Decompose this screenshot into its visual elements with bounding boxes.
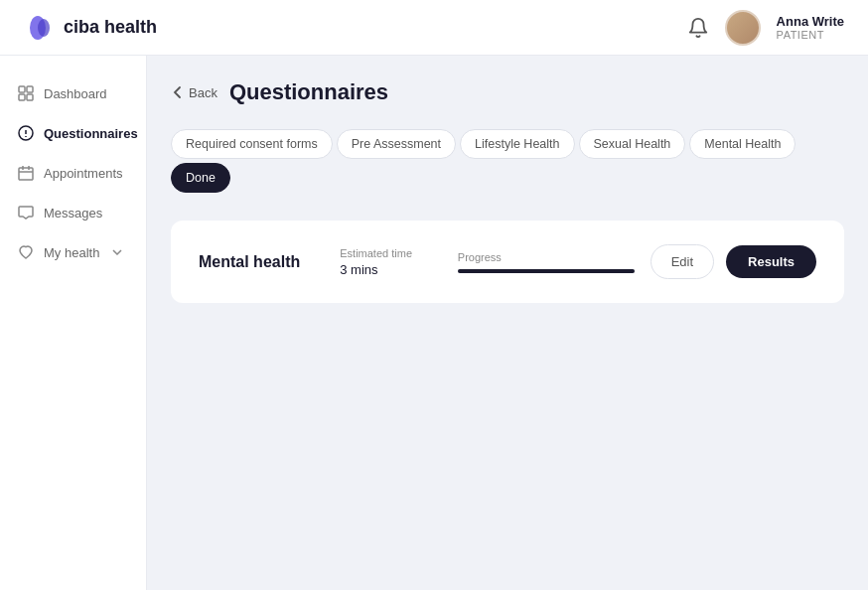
my-health-icon <box>18 244 34 260</box>
back-label: Back <box>189 85 217 100</box>
sidebar-item-messages[interactable]: Messages <box>0 195 146 230</box>
tab-lifestyle-health[interactable]: Lifestyle Health <box>460 129 574 159</box>
back-arrow-icon <box>171 85 185 99</box>
results-button[interactable]: Results <box>726 245 816 278</box>
svg-rect-3 <box>27 86 33 92</box>
questionnaire-progress-section: Progress <box>458 251 635 273</box>
svg-rect-2 <box>19 86 25 92</box>
svg-rect-7 <box>19 168 33 180</box>
tab-done[interactable]: Done <box>171 163 230 193</box>
layout: Dashboard Questionnaires Appointments Me… <box>0 56 868 590</box>
sidebar-item-dashboard[interactable]: Dashboard <box>0 75 146 111</box>
sidebar-item-questionnaires[interactable]: Questionnaires <box>0 115 146 151</box>
tab-pre-assessment[interactable]: Pre Assessment <box>337 129 456 159</box>
sidebar-label-my-health: My health <box>44 245 99 260</box>
page-title: Questionnaires <box>229 79 388 105</box>
user-role: PATIENT <box>777 29 844 41</box>
appointments-icon <box>18 165 34 181</box>
dashboard-icon <box>18 85 34 101</box>
svg-rect-5 <box>27 94 33 100</box>
bell-icon[interactable] <box>687 17 709 39</box>
main-content: Back Questionnaires Required consent for… <box>147 56 868 590</box>
sidebar-label-appointments: Appointments <box>44 166 123 181</box>
questionnaire-progress-bar-fill <box>458 269 635 273</box>
svg-point-1 <box>38 19 50 37</box>
tab-mental-health[interactable]: Mental Health <box>689 129 796 159</box>
sidebar-label-dashboard: Dashboard <box>44 86 107 101</box>
back-button[interactable]: Back <box>171 85 217 100</box>
logo-icon <box>24 12 56 44</box>
page-header: Back Questionnaires <box>171 79 844 105</box>
edit-button[interactable]: Edit <box>651 244 714 279</box>
logo-text: ciba health <box>64 17 157 38</box>
questionnaire-card: Mental health Estimated time 3 mins Prog… <box>171 221 844 303</box>
messages-icon <box>18 205 34 221</box>
tab-required-consent[interactable]: Required consent forms <box>171 129 333 159</box>
sidebar-label-messages: Messages <box>44 206 102 221</box>
header-right: Anna Write PATIENT <box>687 10 844 46</box>
questionnaire-title: Mental health <box>199 253 340 271</box>
avatar <box>725 10 761 46</box>
tab-sexual-health[interactable]: Sexual Health <box>579 129 686 159</box>
user-name: Anna Write <box>777 14 844 29</box>
sidebar-item-appointments[interactable]: Appointments <box>0 155 146 191</box>
logo: ciba health <box>24 12 157 44</box>
user-info: Anna Write PATIENT <box>777 14 844 41</box>
chevron-down-icon <box>111 246 123 258</box>
sidebar: Dashboard Questionnaires Appointments Me… <box>0 56 147 590</box>
questionnaire-actions: Edit Results <box>651 244 816 279</box>
questionnaire-time-section: Estimated time 3 mins <box>340 247 458 277</box>
sidebar-item-my-health[interactable]: My health <box>0 234 146 270</box>
questionnaire-progress-bar-bg <box>458 269 635 273</box>
app-header: ciba health Anna Write PATIENT <box>0 0 868 56</box>
sidebar-label-questionnaires: Questionnaires <box>44 126 138 141</box>
questionnaire-time-value: 3 mins <box>340 262 458 277</box>
questionnaire-time-label: Estimated time <box>340 247 458 259</box>
questionnaire-progress-label: Progress <box>458 251 635 263</box>
tabs-container: Required consent forms Pre Assessment Li… <box>171 129 844 193</box>
questionnaires-icon <box>18 125 34 141</box>
svg-rect-4 <box>19 94 25 100</box>
